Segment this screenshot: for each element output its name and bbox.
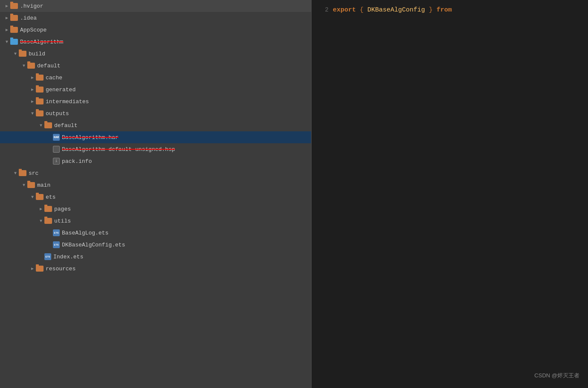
- tree-item-build[interactable]: build: [0, 48, 311, 60]
- tree-item-src[interactable]: src: [0, 167, 311, 179]
- tree-item-basealg-log[interactable]: ETS BaseAlgLog.ets: [0, 227, 311, 239]
- folder-icon-generated: [36, 87, 44, 93]
- label-hsp-file: BaseAlgorithm-default-unsigned.hsp: [62, 146, 308, 153]
- tree-item-basealgorithm[interactable]: BaseAlgorithm: [0, 36, 311, 48]
- folder-icon-outputs: [36, 110, 44, 116]
- tree-item-utils[interactable]: utils: [0, 215, 311, 227]
- folder-icon-build: [19, 51, 26, 57]
- folder-icon-ets: [36, 194, 44, 200]
- tree-item-dkbasealg-config[interactable]: ETS DKBaseAlgConfig.ets: [0, 239, 311, 251]
- label-main: main: [37, 182, 308, 188]
- tree-item-idea[interactable]: .idea: [0, 12, 311, 24]
- label-idea: .idea: [20, 15, 308, 21]
- file-icon-ets-log: ETS: [53, 229, 60, 236]
- tree-item-intermediates[interactable]: intermediates: [0, 96, 311, 107]
- keyword-export: export: [333, 6, 356, 14]
- class-dkbasealg: DKBaseAlgConfig: [367, 6, 425, 14]
- tree-item-appscope[interactable]: AppScope: [0, 24, 311, 36]
- chevron-ets: [29, 194, 36, 200]
- tree-item-pack-info[interactable]: i pack.info: [0, 155, 311, 167]
- chevron-basealgorithm: [3, 38, 10, 45]
- chevron-intermediates: [29, 98, 36, 105]
- tree-item-hsp-file[interactable]: BaseAlgorithm-default-unsigned.hsp: [0, 143, 311, 155]
- label-ets: ets: [46, 194, 308, 200]
- label-generated: generated: [46, 87, 308, 93]
- line-numbers: 2: [311, 3, 333, 388]
- label-build: build: [29, 51, 308, 57]
- punct-brace-close: }: [425, 6, 437, 14]
- folder-icon-appscope: [10, 27, 18, 33]
- tree-item-default2[interactable]: default: [0, 119, 311, 131]
- folder-icon-pages: [44, 206, 52, 212]
- tree-item-index-ets[interactable]: ETS Index.ets: [0, 251, 311, 263]
- punct-brace-open: {: [356, 6, 367, 14]
- chevron-idea: [3, 14, 10, 21]
- label-intermediates: intermediates: [46, 98, 308, 105]
- tree-item-hvigor[interactable]: .hvigor: [0, 0, 311, 12]
- file-icon-hsp: [53, 146, 60, 153]
- chevron-src: [12, 170, 19, 177]
- tree-item-har-file[interactable]: HAR BaseAlgorithm.har: [0, 131, 311, 143]
- tree-item-pages[interactable]: pages: [0, 203, 311, 215]
- label-pages: pages: [54, 206, 308, 212]
- label-index-ets: Index.ets: [53, 254, 308, 260]
- code-editor-panel: 2 export { DKBaseAlgConfig } from: [311, 0, 588, 388]
- tree-item-main[interactable]: main: [0, 179, 311, 191]
- chevron-generated: [29, 86, 36, 93]
- label-cache: cache: [46, 75, 308, 81]
- code-line-2: export { DKBaseAlgConfig } from: [333, 4, 588, 15]
- file-icon-ets-config: ETS: [53, 241, 60, 248]
- folder-icon-idea: [10, 15, 18, 21]
- label-outputs: outputs: [46, 110, 308, 117]
- label-hvigor: .hvigor: [20, 3, 308, 9]
- label-basealg-log: BaseAlgLog.ets: [62, 230, 308, 236]
- chevron-build: [12, 50, 19, 57]
- file-icon-ets-index: ETS: [44, 253, 51, 260]
- code-area[interactable]: export { DKBaseAlgConfig } from: [333, 3, 588, 388]
- keyword-from: from: [437, 6, 452, 14]
- line-num-2: 2: [311, 4, 329, 15]
- label-dkbasealg-config: DKBaseAlgConfig.ets: [62, 242, 308, 248]
- label-src: src: [29, 170, 308, 177]
- folder-icon-src: [19, 170, 26, 176]
- folder-icon-basealgorithm: [10, 39, 18, 45]
- tree-item-cache[interactable]: cache: [0, 72, 311, 84]
- label-basealgorithm: BaseAlgorithm: [20, 39, 308, 45]
- folder-icon-default1: [27, 63, 35, 69]
- watermark-text: CSDN @烬灭王者: [534, 372, 579, 379]
- label-default1: default: [37, 63, 308, 69]
- label-resources: resources: [46, 266, 308, 272]
- chevron-default1: [20, 62, 27, 69]
- folder-icon-main: [27, 182, 35, 188]
- file-icon-har: HAR: [53, 134, 60, 141]
- chevron-main: [20, 182, 27, 188]
- chevron-default2: [38, 122, 44, 129]
- chevron-resources: [29, 265, 36, 272]
- label-pack-info: pack.info: [62, 158, 308, 165]
- tree-item-resources[interactable]: resources: [0, 263, 311, 275]
- label-utils: utils: [54, 218, 308, 224]
- chevron-appscope: [3, 26, 10, 33]
- chevron-pages: [38, 206, 44, 212]
- file-icon-info: i: [53, 158, 60, 165]
- file-tree-panel[interactable]: .hvigor .idea AppScope BaseAlgorithm bui…: [0, 0, 311, 388]
- code-content: 2 export { DKBaseAlgConfig } from: [311, 0, 588, 388]
- label-appscope: AppScope: [20, 27, 308, 33]
- folder-icon-hvigor: [10, 3, 18, 9]
- tree-item-default1[interactable]: default: [0, 60, 311, 72]
- chevron-cache: [29, 74, 36, 81]
- label-har-file: BaseAlgorithm.har: [62, 134, 308, 141]
- chevron-outputs: [29, 110, 36, 117]
- chevron-utils: [38, 217, 44, 224]
- tree-item-ets[interactable]: ets: [0, 191, 311, 203]
- folder-icon-default2: [44, 122, 52, 128]
- folder-icon-utils: [44, 218, 52, 224]
- folder-icon-intermediates: [36, 98, 44, 104]
- folder-icon-resources: [36, 266, 44, 272]
- folder-icon-cache: [36, 75, 44, 81]
- chevron-hvigor: [3, 3, 10, 9]
- watermark: CSDN @烬灭王者: [534, 372, 579, 379]
- label-default2: default: [54, 122, 308, 129]
- tree-item-outputs[interactable]: outputs: [0, 107, 311, 119]
- tree-item-generated[interactable]: generated: [0, 84, 311, 96]
